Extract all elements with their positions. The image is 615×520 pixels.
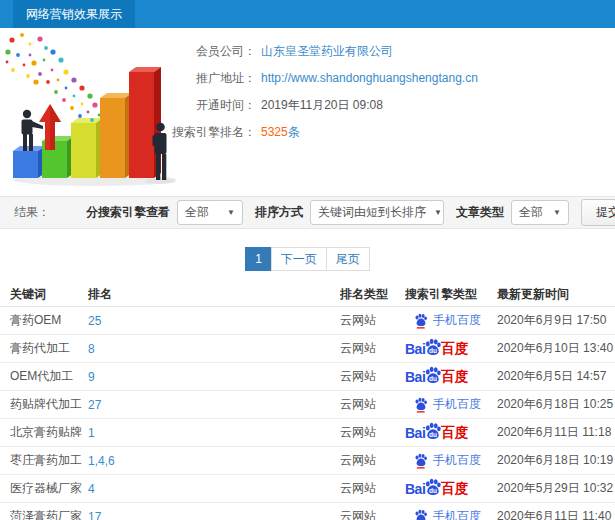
rank-link[interactable]: 17 (88, 510, 340, 520)
rank-link[interactable]: 1,4,6 (88, 454, 340, 468)
mobile-baidu-paw-icon (414, 313, 428, 329)
info-row: 推广地址：http://www.shandonghuangshengtang.c… (172, 65, 478, 91)
page-title: 网络营销效果展示 (26, 6, 122, 23)
mobile-baidu-label: 手机百度 (433, 452, 481, 469)
tab-marketing-display[interactable]: 网络营销效果展示 (13, 0, 135, 28)
info-suffix: 条 (288, 124, 300, 141)
info-row: 搜索引擎排名：5325条 (172, 119, 478, 145)
engine-cell: Bai du 百度 (405, 366, 497, 387)
baidu-logo: Bai du 百度 (405, 366, 468, 387)
rank-type-cell: 云网站 (340, 340, 405, 357)
engine-cell: 手机百度 (405, 508, 497, 520)
rank-link[interactable]: 9 (88, 370, 340, 384)
mobile-baidu-label: 手机百度 (433, 312, 481, 329)
chevron-down-icon: ▼ (553, 208, 561, 217)
table-row: 药贴牌代加工27云网站 手机百度2020年6月18日 10:25 (0, 391, 615, 419)
baidu-logo: Bai du 百度 (405, 422, 468, 443)
baidu-logo-text-bai: Bai (405, 369, 425, 385)
column-header: 排名类型 (340, 286, 405, 303)
mobile-baidu-label: 手机百度 (433, 508, 481, 520)
rank-type-cell: 云网站 (340, 424, 405, 441)
filter-controls: 分搜索引擎查看 全部 ▼ 排序方式 关键词由短到长排序 ▼ 文章类型 全部 ▼ … (74, 199, 615, 226)
table-row: 枣庄膏药加工1,4,6云网站 手机百度2020年6月18日 10:19 (0, 447, 615, 475)
baidu-logo-text-bai: Bai (405, 481, 425, 497)
info-row: 会员公司：山东皇圣堂药业有限公司 (172, 38, 478, 64)
column-header: 最新更新时间 (497, 286, 615, 303)
info-label: 会员公司： (172, 43, 256, 60)
bar-yellow (71, 118, 103, 178)
mobile-baidu-badge: 手机百度 (405, 452, 481, 469)
baidu-logo-text-cn: 百度 (441, 424, 468, 442)
updated-cell: 2020年6月11日 11:18 (497, 424, 615, 441)
updated-cell: 2020年6月10日 13:40 (497, 340, 615, 357)
sort-filter-select[interactable]: 关键词由短到长排序 ▼ (310, 200, 444, 225)
updated-cell: 2020年6月18日 10:19 (497, 452, 615, 469)
keyword-cell: 枣庄膏药加工 (10, 452, 88, 469)
rank-type-cell: 云网站 (340, 396, 405, 413)
engine-cell: 手机百度 (405, 396, 497, 413)
mobile-baidu-paw-icon (414, 509, 428, 520)
engine-cell: Bai du 百度 (405, 338, 497, 359)
sort-filter-label: 排序方式 (255, 204, 303, 221)
baidu-logo-text-cn: 百度 (441, 368, 468, 386)
engine-filter-value: 全部 (185, 204, 209, 221)
svg-text:du: du (429, 431, 437, 438)
mobile-baidu-paw-icon (414, 453, 428, 469)
rank-link[interactable]: 27 (88, 398, 340, 412)
engine-filter-label: 分搜索引擎查看 (86, 204, 170, 221)
mobile-baidu-paw-icon (414, 397, 428, 413)
header-bar: 网络营销效果展示 (0, 0, 615, 28)
table-row: 膏药OEM25云网站 手机百度2020年6月9日 17:50 (0, 307, 615, 335)
mobile-baidu-label: 手机百度 (433, 396, 481, 413)
mobile-baidu-badge: 手机百度 (405, 396, 481, 413)
submit-button[interactable]: 提交 (581, 199, 615, 226)
table-row: 菏泽膏药厂家17云网站 手机百度2020年6月11日 11:40 (0, 503, 615, 520)
baidu-paw-icon: du (424, 478, 442, 496)
info-section: 会员公司：山东皇圣堂药业有限公司推广地址：http://www.shandong… (0, 28, 615, 196)
keyword-cell: 北京膏药贴牌 (10, 424, 88, 441)
chevron-down-icon: ▼ (434, 208, 442, 217)
column-header: 关键词 (10, 286, 88, 303)
baidu-logo-text-cn: 百度 (441, 340, 468, 358)
article-type-value: 全部 (519, 204, 543, 221)
article-type-select[interactable]: 全部 ▼ (511, 200, 569, 225)
baidu-paw-icon: du (424, 366, 442, 384)
results-table: 关键词排名排名类型搜索引擎类型最新更新时间 膏药OEM25云网站 手机百度202… (0, 282, 615, 520)
last-page-button[interactable]: 尾页 (326, 247, 370, 271)
baidu-logo-text-bai: Bai (405, 341, 425, 357)
table-row: 北京膏药贴牌1云网站Bai du 百度2020年6月11日 11:18 (0, 419, 615, 447)
rank-link[interactable]: 25 (88, 314, 340, 328)
info-value-link[interactable]: 山东皇圣堂药业有限公司 (261, 43, 393, 60)
page: 网络营销效果展示 (0, 0, 615, 520)
baidu-paw-icon: du (424, 338, 442, 356)
engine-filter-select[interactable]: 全部 ▼ (177, 200, 243, 225)
rank-link[interactable]: 4 (88, 482, 340, 496)
rank-type-cell: 云网站 (340, 368, 405, 385)
baidu-logo-text-cn: 百度 (441, 480, 468, 498)
rank-link[interactable]: 8 (88, 342, 340, 356)
info-value-link[interactable]: http://www.shandonghuangshengtang.cn (261, 71, 478, 85)
results-label: 结果： (14, 204, 50, 221)
table-row: 医疗器械厂家4云网站Bai du 百度2020年5月29日 10:32 (0, 475, 615, 503)
chevron-down-icon: ▼ (227, 208, 235, 217)
page-1-button[interactable]: 1 (245, 247, 272, 271)
rank-type-cell: 云网站 (340, 480, 405, 497)
keyword-cell: 膏药OEM (10, 312, 88, 329)
info-value: 5325 (261, 125, 288, 139)
growth-chart-image (0, 30, 185, 192)
info-list: 会员公司：山东皇圣堂药业有限公司推广地址：http://www.shandong… (172, 34, 478, 145)
column-header: 排名 (88, 286, 340, 303)
updated-cell: 2020年5月29日 10:32 (497, 480, 615, 497)
table-body: 膏药OEM25云网站 手机百度2020年6月9日 17:50膏药代加工8云网站B… (0, 307, 615, 520)
updated-cell: 2020年6月9日 17:50 (497, 312, 615, 329)
engine-cell: 手机百度 (405, 452, 497, 469)
info-label: 开通时间： (172, 97, 256, 114)
next-page-button[interactable]: 下一页 (271, 247, 327, 271)
svg-text:du: du (429, 487, 437, 494)
bar-chart-illustration (0, 30, 185, 192)
bar-orange (100, 93, 132, 178)
mobile-baidu-badge: 手机百度 (405, 312, 481, 329)
baidu-logo: Bai du 百度 (405, 478, 468, 499)
filter-bar: 结果： 分搜索引擎查看 全部 ▼ 排序方式 关键词由短到长排序 ▼ 文章类型 全… (0, 196, 615, 229)
rank-link[interactable]: 1 (88, 426, 340, 440)
